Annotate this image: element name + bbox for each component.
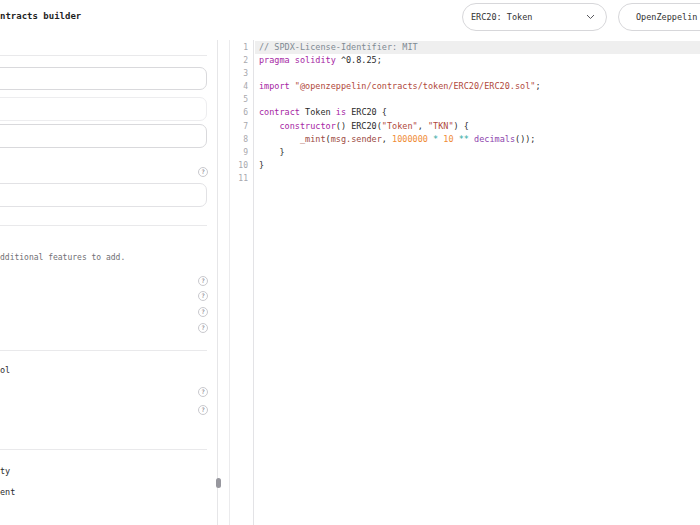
line-number: 11 <box>230 172 253 185</box>
code-editor[interactable]: 1234567891011 // SPDX-License-Identifier… <box>229 40 700 525</box>
page-title: ntracts builder <box>0 11 81 21</box>
panel-scrollbar-thumb[interactable] <box>216 478 221 488</box>
help-icon[interactable]: ? <box>198 405 208 415</box>
code-line: contract Token is ERC20 { <box>255 106 700 119</box>
divider <box>0 350 207 351</box>
line-number: 6 <box>230 106 253 119</box>
help-icon[interactable]: ? <box>198 387 208 397</box>
divider <box>0 449 207 450</box>
divider <box>0 225 207 226</box>
topbar: ntracts builder ERC20: Token OpenZeppeli… <box>0 0 700 40</box>
contract-kind-value: ERC20: Token <box>471 12 532 22</box>
text-input[interactable] <box>0 183 207 207</box>
line-number: 10 <box>230 159 253 172</box>
divider <box>0 55 207 56</box>
code-line: } <box>255 159 700 172</box>
code-line: _mint(msg.sender, 1000000 * 10 ** decima… <box>255 133 700 146</box>
contract-kind-select[interactable]: ERC20: Token <box>462 3 607 31</box>
help-icon[interactable]: ? <box>198 307 208 317</box>
line-number: 4 <box>230 80 253 93</box>
line-number: 7 <box>230 120 253 133</box>
access-control-section-label: ol <box>0 365 10 375</box>
upgradeability-section-label: ty <box>0 466 10 476</box>
text-input[interactable] <box>0 67 207 90</box>
openzeppelin-button[interactable]: OpenZeppelin <box>618 3 700 31</box>
help-icon[interactable]: ? <box>198 276 208 286</box>
line-numbers: 1234567891011 <box>230 40 254 525</box>
line-number: 1 <box>230 41 253 54</box>
code-line <box>255 93 700 106</box>
settings-panel: ? dditional features to add. ? ? ? ? ol … <box>0 40 218 525</box>
code-line: } <box>255 146 700 159</box>
upgradeability-option-label: ent <box>0 487 15 497</box>
line-number: 3 <box>230 67 253 80</box>
line-number: 2 <box>230 54 253 67</box>
text-input[interactable] <box>0 124 207 148</box>
line-number: 5 <box>230 93 253 106</box>
code-line: constructor() ERC20("Token", "TKN") { <box>255 120 700 133</box>
line-number: 9 <box>230 146 253 159</box>
code-line <box>255 172 700 185</box>
help-icon[interactable]: ? <box>198 323 208 333</box>
line-number: 8 <box>230 133 253 146</box>
features-hint: dditional features to add. <box>0 253 125 262</box>
code-line: pragma solidity ^0.8.25; <box>255 54 700 67</box>
code-line: import "@openzeppelin/contracts/token/ER… <box>255 80 700 93</box>
code-line: // SPDX-License-Identifier: MIT <box>255 41 700 54</box>
code-lines: // SPDX-License-Identifier: MITpragma so… <box>255 40 700 525</box>
help-icon[interactable]: ? <box>198 291 208 301</box>
help-icon[interactable]: ? <box>198 167 208 177</box>
text-input[interactable] <box>0 97 207 121</box>
code-line <box>255 67 700 80</box>
chevron-down-icon <box>586 14 595 20</box>
